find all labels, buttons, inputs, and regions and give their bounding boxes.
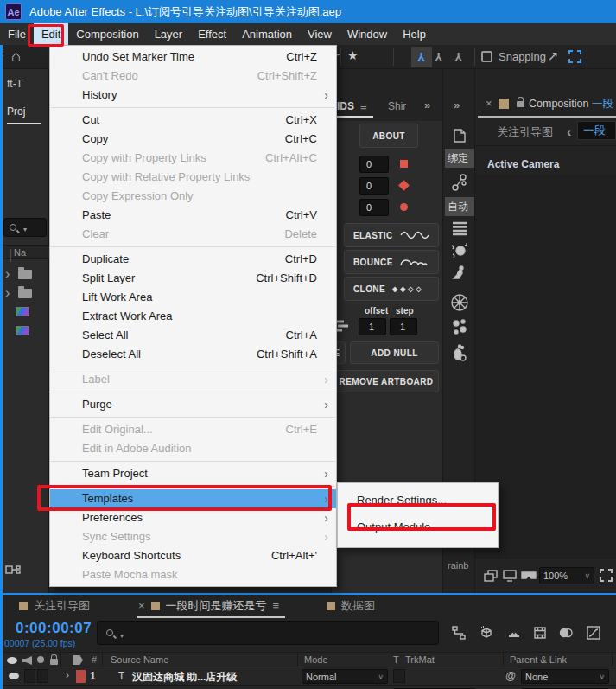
pickwhip-icon[interactable]: @ [505, 670, 516, 682]
panel-menu-icon[interactable]: ≡ [273, 599, 280, 612]
folder-row[interactable]: › [5, 285, 32, 301]
auto-tool-button[interactable]: 自动 [445, 197, 474, 216]
zoom-level-dropdown[interactable]: 100%∨ [539, 567, 594, 584]
value-field-3[interactable]: 0 [359, 199, 389, 216]
offset-input[interactable]: 1 [359, 318, 386, 335]
menu-view[interactable]: View [300, 23, 340, 45]
menu-item-lift-work-area[interactable]: Lift Work Area [50, 288, 336, 307]
about-button[interactable]: ABOUT [359, 124, 418, 148]
trkmat-column-header[interactable]: TrkMat [405, 654, 435, 665]
composition-mini-flowchart-icon[interactable] [451, 625, 467, 641]
menu-composition[interactable]: Composition [68, 23, 146, 45]
wheel-tool-icon[interactable] [449, 292, 470, 313]
panel-menu-icon[interactable]: ≡ [360, 100, 367, 113]
search-options-arrow[interactable]: ▾ [120, 632, 124, 640]
flowchart-button-icon[interactable] [5, 564, 21, 576]
3d-glasses-icon[interactable] [520, 569, 537, 583]
add-null-button[interactable]: ADD NULL [350, 341, 439, 364]
tab-close-icon[interactable]: × [138, 599, 145, 612]
menu-window[interactable]: Window [340, 23, 395, 45]
menu-item-purge[interactable]: Purge› [50, 395, 336, 414]
leg-tool-icon[interactable] [450, 265, 469, 288]
project-search-input[interactable]: ▾ [3, 218, 47, 237]
solo-toggle[interactable] [37, 669, 48, 683]
menu-item-keyboard-shortcuts[interactable]: Keyboard ShortcutsCtrl+Alt+' [50, 546, 336, 565]
menu-item-history[interactable]: History› [50, 86, 336, 105]
frame-blending-icon[interactable] [532, 625, 548, 641]
layer-row-1[interactable]: › 1 T 汉固达商城 助...店升级 Normal∨ @ None∨ [0, 667, 616, 686]
footage-row[interactable] [16, 304, 29, 320]
parent-link-column-header[interactable]: Parent & Link [510, 654, 567, 665]
menu-item-duplicate[interactable]: DuplicateCtrl+D [50, 250, 336, 269]
menu-item-extract-work-area[interactable]: Extract Work Area [50, 307, 336, 326]
bounce-button[interactable]: BOUNCE [344, 250, 439, 274]
parent-dropdown[interactable]: None∨ [521, 669, 609, 684]
region-of-interest-icon[interactable] [600, 569, 613, 582]
value-field-1[interactable]: 0 [359, 156, 389, 173]
source-name-column-header[interactable]: Source Name [111, 654, 168, 665]
bind-tool-button[interactable]: 绑定 [445, 149, 474, 168]
menu-item-cut[interactable]: CutCtrl+X [50, 111, 336, 130]
tab-shine[interactable]: Shir [388, 100, 406, 112]
blend-mode-dropdown[interactable]: Normal∨ [302, 669, 388, 684]
menu-item-undo[interactable]: Undo Set Marker TimeCtrl+Z [50, 48, 336, 67]
pin-tool-icon[interactable]: ★ [347, 48, 359, 62]
mode-column-header[interactable]: Mode [304, 654, 328, 665]
draft-3d-icon[interactable] [479, 625, 494, 641]
index-column-header[interactable]: # [92, 654, 97, 665]
snap-bounding-box-icon[interactable] [568, 50, 581, 63]
current-timecode[interactable]: 0:00:00:07 [16, 620, 92, 637]
menu-item-deselect-all[interactable]: Deselect AllCtrl+Shift+A [50, 345, 336, 364]
footprint-tool-icon[interactable] [449, 342, 470, 365]
expand-arrow-icon[interactable]: › [66, 669, 69, 681]
note-tool-icon[interactable] [451, 127, 468, 144]
breadcrumb-current[interactable]: 一段 [577, 121, 616, 140]
value-field-2[interactable]: 0 [359, 177, 389, 195]
timeline-tab-1[interactable]: 关注引导图 [19, 595, 90, 616]
always-preview-icon[interactable] [483, 569, 499, 583]
breadcrumb-root[interactable]: 关注引导图 [497, 124, 553, 140]
trkmat-cell[interactable] [393, 669, 405, 683]
menu-item-select-all[interactable]: Select AllCtrl+A [50, 326, 336, 345]
timeline-tab-3[interactable]: 数据图 [327, 595, 375, 616]
timeline-tab-2-active[interactable]: × 一段时间是赚还是亏 ≡ [138, 595, 279, 616]
snap-along-edges-icon[interactable]: ↗ [548, 48, 559, 64]
search-options-arrow[interactable]: ▾ [23, 226, 27, 233]
orbit-camera-tool-icon[interactable]: Y [411, 47, 432, 67]
dolly-camera-tool-icon[interactable]: Y [454, 49, 462, 65]
visibility-toggle-icon[interactable] [9, 673, 19, 679]
elastic-button[interactable]: ELASTIC [344, 223, 439, 247]
timeline-search-input[interactable]: ▾ [97, 621, 439, 645]
pan-camera-tool-icon[interactable]: Y [435, 49, 442, 65]
shake-ball-tool-icon[interactable] [449, 240, 470, 261]
graph-editor-icon[interactable] [586, 625, 601, 641]
menu-item-team-project[interactable]: Team Project› [50, 464, 336, 483]
audio-column-icon[interactable] [22, 656, 32, 665]
motion-blur-icon[interactable] [558, 625, 574, 641]
label-column-icon[interactable] [73, 655, 83, 665]
tab-ids[interactable]: IDS [337, 100, 354, 112]
overflow-chevron-icon[interactable]: » [424, 99, 430, 112]
lock-icon[interactable] [517, 101, 524, 107]
menu-layer[interactable]: Layer [147, 23, 191, 45]
layer-name[interactable]: 汉固达商城 助...店升级 [132, 670, 237, 685]
particles-tool-icon[interactable] [449, 317, 470, 338]
primary-viewer-icon[interactable] [502, 569, 518, 583]
step-input[interactable]: 1 [390, 318, 417, 335]
video-column-icon[interactable] [7, 657, 17, 664]
solo-column-icon[interactable] [37, 656, 44, 663]
t-column-header[interactable]: T [393, 654, 399, 665]
menu-item-copy[interactable]: CopyCtrl+C [50, 130, 336, 149]
layer-color-chip[interactable] [76, 670, 86, 683]
column-name-header[interactable]: Na [14, 247, 26, 258]
home-tool-icon[interactable]: ⌂ [11, 48, 21, 66]
snapping-checkbox[interactable] [481, 51, 492, 62]
footage-row[interactable] [16, 323, 29, 339]
folder-row[interactable]: › [5, 266, 32, 282]
menu-item-split-layer[interactable]: Split LayerCtrl+Shift+D [50, 269, 336, 288]
shy-layers-icon[interactable] [506, 625, 522, 641]
tab-ft-toolbar[interactable]: ft-T [7, 78, 22, 90]
overflow-chevron-icon[interactable]: » [454, 99, 460, 112]
active-camera-label[interactable]: Active Camera [487, 158, 559, 170]
list-tool-icon[interactable] [451, 220, 468, 236]
